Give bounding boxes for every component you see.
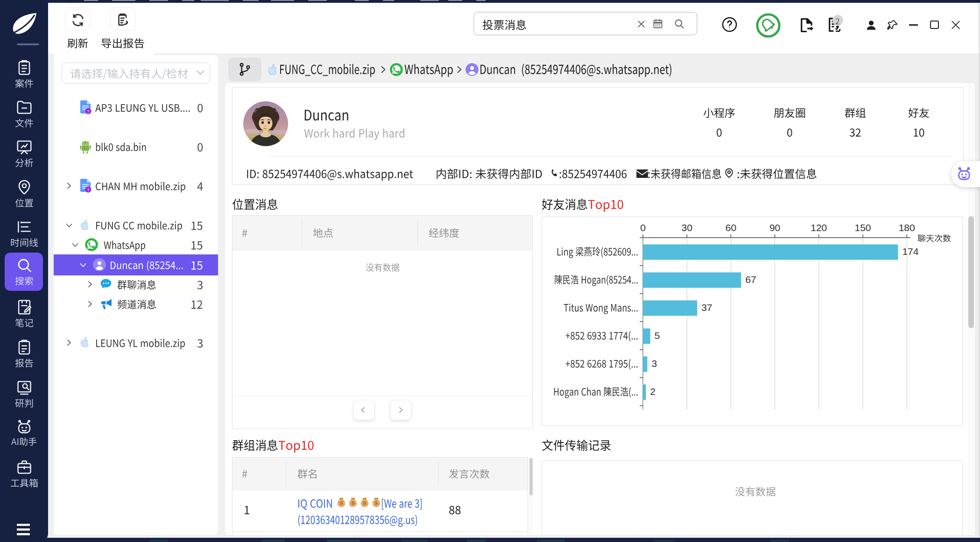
svg-text:?: ? xyxy=(87,109,89,114)
svg-text:180: 180 xyxy=(899,222,915,233)
svg-text:?: ? xyxy=(87,188,89,192)
svg-text:67: 67 xyxy=(745,274,756,285)
svg-text:150: 150 xyxy=(854,222,871,233)
svg-text:5: 5 xyxy=(655,330,660,341)
svg-text:2: 2 xyxy=(650,386,656,397)
svg-text:37: 37 xyxy=(701,302,712,313)
svg-text:3: 3 xyxy=(651,358,657,369)
svg-text:174: 174 xyxy=(902,246,918,257)
svg-text:120: 120 xyxy=(811,222,827,233)
svg-text:90: 90 xyxy=(769,222,780,233)
svg-text:30: 30 xyxy=(682,222,692,233)
svg-text:60: 60 xyxy=(726,222,736,233)
svg-text:0: 0 xyxy=(640,222,646,233)
